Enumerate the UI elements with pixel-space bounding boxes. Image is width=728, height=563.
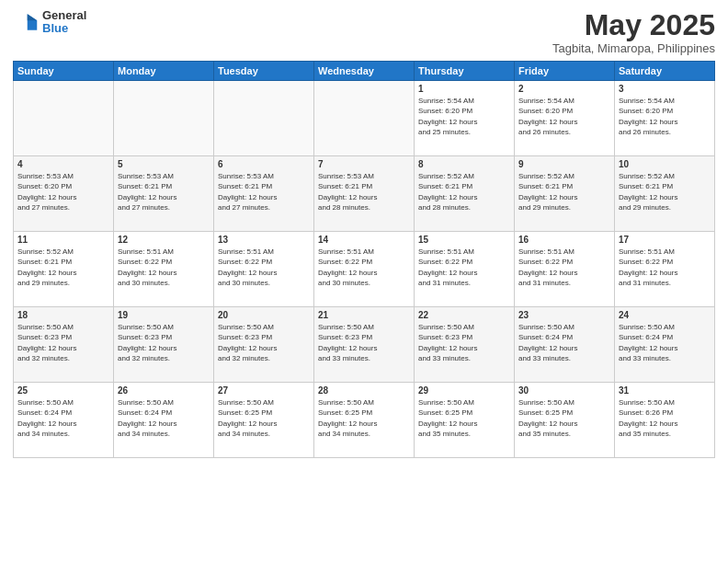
day-info: Sunrise: 5:53 AM Sunset: 6:21 PM Dayligh… [118, 171, 210, 213]
logo: General Blue [13, 9, 86, 36]
day-number: 28 [318, 385, 410, 396]
cell-week3-day2: 13Sunrise: 5:51 AM Sunset: 6:22 PM Dayli… [214, 232, 314, 307]
day-info: Sunrise: 5:50 AM Sunset: 6:25 PM Dayligh… [418, 397, 510, 439]
day-number: 5 [118, 159, 210, 169]
cell-week4-day0: 18Sunrise: 5:50 AM Sunset: 6:23 PM Dayli… [14, 307, 114, 383]
day-info: Sunrise: 5:53 AM Sunset: 6:20 PM Dayligh… [17, 171, 109, 213]
day-number: 3 [619, 84, 711, 94]
title-block: May 2025 Tagbita, Mimaropa, Philippines [552, 9, 715, 55]
day-number: 10 [619, 159, 711, 169]
day-number: 12 [118, 235, 210, 245]
cell-week5-day2: 27Sunrise: 5:50 AM Sunset: 6:25 PM Dayli… [214, 383, 314, 458]
day-info: Sunrise: 5:52 AM Sunset: 6:21 PM Dayligh… [418, 171, 510, 213]
day-number: 25 [17, 385, 109, 396]
day-info: Sunrise: 5:50 AM Sunset: 6:25 PM Dayligh… [218, 397, 310, 439]
cell-week1-day4: 1Sunrise: 5:54 AM Sunset: 6:20 PM Daylig… [415, 81, 515, 156]
day-number: 30 [518, 385, 610, 396]
day-info: Sunrise: 5:52 AM Sunset: 6:21 PM Dayligh… [619, 171, 711, 213]
day-number: 24 [619, 310, 711, 320]
day-info: Sunrise: 5:50 AM Sunset: 6:23 PM Dayligh… [218, 322, 310, 363]
logo-icon [13, 9, 39, 35]
day-info: Sunrise: 5:52 AM Sunset: 6:21 PM Dayligh… [518, 171, 610, 213]
day-info: Sunrise: 5:50 AM Sunset: 6:25 PM Dayligh… [518, 397, 610, 439]
cell-week3-day4: 15Sunrise: 5:51 AM Sunset: 6:22 PM Dayli… [415, 232, 515, 307]
day-info: Sunrise: 5:50 AM Sunset: 6:24 PM Dayligh… [518, 322, 610, 363]
cell-week2-day1: 5Sunrise: 5:53 AM Sunset: 6:21 PM Daylig… [114, 156, 214, 232]
cell-week2-day0: 4Sunrise: 5:53 AM Sunset: 6:20 PM Daylig… [14, 156, 114, 232]
cell-week5-day0: 25Sunrise: 5:50 AM Sunset: 6:24 PM Dayli… [14, 383, 114, 458]
day-number: 2 [518, 84, 610, 94]
cell-week4-day1: 19Sunrise: 5:50 AM Sunset: 6:23 PM Dayli… [114, 307, 214, 383]
day-number: 7 [318, 159, 410, 169]
day-number: 14 [318, 235, 410, 245]
cell-week2-day4: 8Sunrise: 5:52 AM Sunset: 6:21 PM Daylig… [415, 156, 515, 232]
cell-week1-day0 [14, 81, 114, 156]
cell-week4-day5: 23Sunrise: 5:50 AM Sunset: 6:24 PM Dayli… [515, 307, 615, 383]
cell-week2-day3: 7Sunrise: 5:53 AM Sunset: 6:21 PM Daylig… [314, 156, 415, 232]
day-info: Sunrise: 5:51 AM Sunset: 6:22 PM Dayligh… [619, 247, 711, 288]
cell-week3-day6: 17Sunrise: 5:51 AM Sunset: 6:22 PM Dayli… [615, 232, 715, 307]
cell-week1-day2 [214, 81, 314, 156]
day-number: 21 [318, 310, 410, 320]
day-number: 22 [418, 310, 510, 320]
day-number: 29 [418, 385, 510, 396]
calendar-table: Sunday Monday Tuesday Wednesday Thursday… [13, 61, 715, 458]
col-friday: Friday [515, 62, 615, 81]
day-info: Sunrise: 5:54 AM Sunset: 6:20 PM Dayligh… [418, 96, 510, 137]
day-info: Sunrise: 5:50 AM Sunset: 6:23 PM Dayligh… [318, 322, 410, 363]
cell-week2-day5: 9Sunrise: 5:52 AM Sunset: 6:21 PM Daylig… [515, 156, 615, 232]
col-monday: Monday [114, 62, 214, 81]
cell-week5-day5: 30Sunrise: 5:50 AM Sunset: 6:25 PM Dayli… [515, 383, 615, 458]
col-saturday: Saturday [615, 62, 715, 81]
cell-week5-day6: 31Sunrise: 5:50 AM Sunset: 6:26 PM Dayli… [615, 383, 715, 458]
day-info: Sunrise: 5:51 AM Sunset: 6:22 PM Dayligh… [418, 247, 510, 288]
week-row-3: 11Sunrise: 5:52 AM Sunset: 6:21 PM Dayli… [14, 232, 715, 307]
cell-week5-day1: 26Sunrise: 5:50 AM Sunset: 6:24 PM Dayli… [114, 383, 214, 458]
day-info: Sunrise: 5:50 AM Sunset: 6:25 PM Dayligh… [318, 397, 410, 439]
cell-week5-day3: 28Sunrise: 5:50 AM Sunset: 6:25 PM Dayli… [314, 383, 415, 458]
day-info: Sunrise: 5:51 AM Sunset: 6:22 PM Dayligh… [118, 247, 210, 288]
day-number: 16 [518, 235, 610, 245]
day-number: 19 [118, 310, 210, 320]
day-info: Sunrise: 5:51 AM Sunset: 6:22 PM Dayligh… [518, 247, 610, 288]
cell-week2-day2: 6Sunrise: 5:53 AM Sunset: 6:21 PM Daylig… [214, 156, 314, 232]
day-info: Sunrise: 5:50 AM Sunset: 6:24 PM Dayligh… [118, 397, 210, 439]
cell-week1-day3 [314, 81, 415, 156]
col-sunday: Sunday [14, 62, 114, 81]
cell-week4-day4: 22Sunrise: 5:50 AM Sunset: 6:23 PM Dayli… [415, 307, 515, 383]
cell-week4-day2: 20Sunrise: 5:50 AM Sunset: 6:23 PM Dayli… [214, 307, 314, 383]
day-info: Sunrise: 5:50 AM Sunset: 6:24 PM Dayligh… [619, 322, 711, 363]
location-subtitle: Tagbita, Mimaropa, Philippines [552, 41, 715, 55]
day-number: 8 [418, 159, 510, 169]
cell-week3-day1: 12Sunrise: 5:51 AM Sunset: 6:22 PM Dayli… [114, 232, 214, 307]
week-row-5: 25Sunrise: 5:50 AM Sunset: 6:24 PM Dayli… [14, 383, 715, 458]
cell-week4-day6: 24Sunrise: 5:50 AM Sunset: 6:24 PM Dayli… [615, 307, 715, 383]
logo-blue-text: Blue [42, 22, 86, 35]
day-number: 6 [218, 159, 310, 169]
col-thursday: Thursday [415, 62, 515, 81]
header-row: Sunday Monday Tuesday Wednesday Thursday… [14, 62, 715, 81]
day-info: Sunrise: 5:50 AM Sunset: 6:24 PM Dayligh… [17, 397, 109, 439]
day-number: 11 [17, 235, 109, 245]
week-row-4: 18Sunrise: 5:50 AM Sunset: 6:23 PM Dayli… [14, 307, 715, 383]
day-number: 1 [418, 84, 510, 94]
header: General Blue May 2025 Tagbita, Mimaropa,… [13, 9, 715, 55]
day-info: Sunrise: 5:52 AM Sunset: 6:21 PM Dayligh… [17, 247, 109, 288]
day-info: Sunrise: 5:50 AM Sunset: 6:23 PM Dayligh… [118, 322, 210, 363]
day-number: 20 [218, 310, 310, 320]
day-number: 17 [619, 235, 711, 245]
day-info: Sunrise: 5:51 AM Sunset: 6:22 PM Dayligh… [218, 247, 310, 288]
month-title: May 2025 [552, 9, 715, 41]
cell-week3-day0: 11Sunrise: 5:52 AM Sunset: 6:21 PM Dayli… [14, 232, 114, 307]
day-number: 31 [619, 385, 711, 396]
cell-week4-day3: 21Sunrise: 5:50 AM Sunset: 6:23 PM Dayli… [314, 307, 415, 383]
cell-week5-day4: 29Sunrise: 5:50 AM Sunset: 6:25 PM Dayli… [415, 383, 515, 458]
day-number: 13 [218, 235, 310, 245]
cell-week1-day5: 2Sunrise: 5:54 AM Sunset: 6:20 PM Daylig… [515, 81, 615, 156]
day-info: Sunrise: 5:51 AM Sunset: 6:22 PM Dayligh… [318, 247, 410, 288]
col-wednesday: Wednesday [314, 62, 415, 81]
day-info: Sunrise: 5:50 AM Sunset: 6:26 PM Dayligh… [619, 397, 711, 439]
col-tuesday: Tuesday [214, 62, 314, 81]
week-row-2: 4Sunrise: 5:53 AM Sunset: 6:20 PM Daylig… [14, 156, 715, 232]
cell-week3-day5: 16Sunrise: 5:51 AM Sunset: 6:22 PM Dayli… [515, 232, 615, 307]
